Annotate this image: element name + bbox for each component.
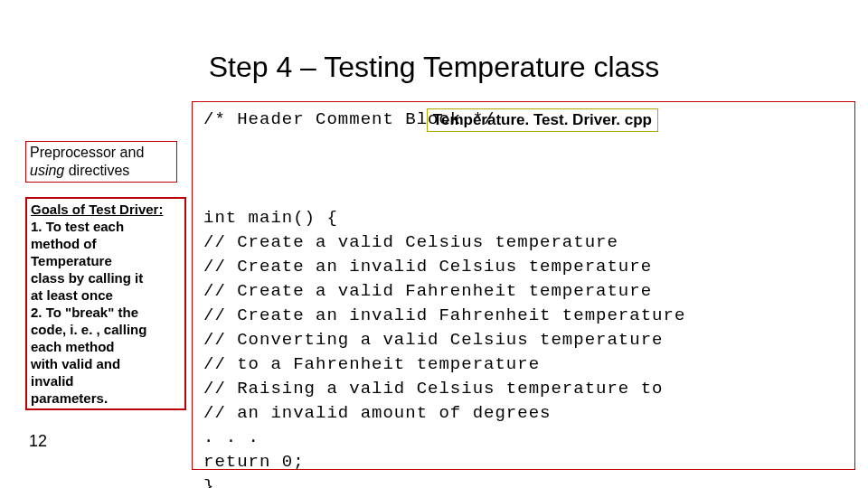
goals-line: each method — [31, 339, 115, 354]
preprocessor-text: directives — [64, 163, 129, 178]
code-line: } — [203, 474, 844, 488]
goals-line: with valid and — [31, 356, 120, 371]
code-line: // Converting a valid Celsius temperatur… — [203, 328, 844, 352]
goals-line: 2. To "break" the — [31, 305, 138, 320]
preprocessor-text: Preprocessor and — [30, 145, 144, 160]
code-line: return 0; — [203, 450, 844, 474]
goals-line: method of — [31, 236, 97, 251]
goals-line: class by calling it — [31, 270, 143, 286]
code-line: // Create an invalid Fahrenheit temperat… — [203, 304, 844, 328]
slide-title: Step 4 – Testing Temperature class — [0, 51, 868, 84]
goals-note-box: Goals of Test Driver: 1. To test each me… — [25, 197, 186, 410]
goals-line: Temperature — [31, 253, 112, 268]
code-line: int main() { — [203, 206, 844, 230]
preprocessor-note-box: Preprocessor and using directives — [25, 141, 177, 183]
code-block: /* Header Comment Block */ int main() { … — [192, 101, 855, 470]
code-line: // Create a valid Celsius temperature — [203, 230, 844, 255]
code-line: // Create a valid Fahrenheit temperature — [203, 279, 844, 304]
goals-line: 1. To test each — [31, 219, 124, 234]
goals-line: parameters. — [31, 390, 108, 406]
goals-line: code, i. e. , calling — [31, 322, 146, 337]
code-line: . . . — [203, 426, 844, 450]
goals-header: Goals of Test Driver: — [31, 202, 163, 217]
preprocessor-using-word: using — [30, 163, 64, 178]
code-line: // Create an invalid Celsius temperature — [203, 255, 844, 279]
goals-line: invalid — [31, 373, 74, 389]
code-line: // Raising a valid Celsius temperature t… — [203, 377, 844, 401]
code-comment-header: /* Header Comment Block */ — [203, 108, 844, 132]
goals-line: at least once — [31, 287, 113, 303]
code-line: // an invalid amount of degrees — [203, 401, 844, 426]
code-line: // to a Fahrenheit temperature — [203, 352, 844, 377]
page-number: 12 — [29, 432, 47, 451]
